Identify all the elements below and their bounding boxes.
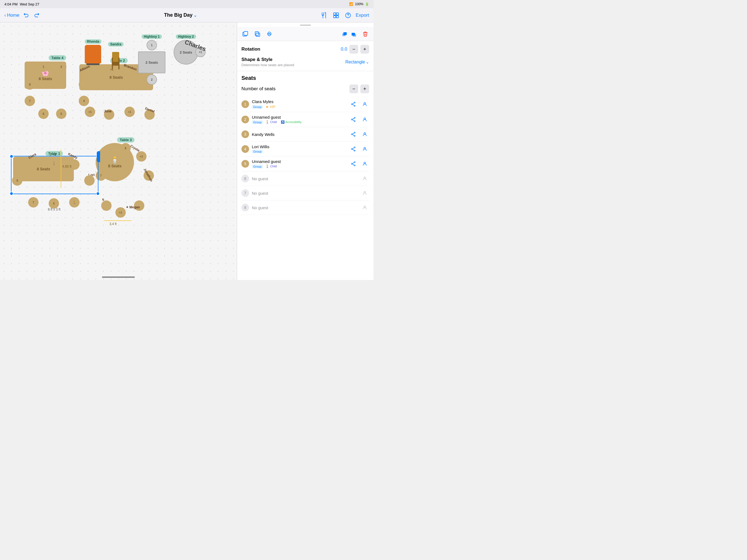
- nav-bar: ‹ Home The Big Day ⌄ Export: [0, 8, 374, 22]
- seat-info-2: Unnamed guestGroup🚶 Child♿ Accessibility: [252, 115, 346, 124]
- highboy-1-furniture[interactable]: Highboy 1 1 2 Seats 2: [134, 34, 170, 85]
- seat-name-4: Lori Willis: [252, 144, 346, 149]
- undo-button[interactable]: [22, 11, 30, 20]
- panel-copy-frame-button[interactable]: [240, 29, 250, 39]
- seat-tag: Group: [252, 150, 263, 153]
- svg-point-33: [364, 177, 366, 179]
- panel-toolbar: [237, 27, 374, 41]
- panel-edge-handle[interactable]: [97, 151, 100, 162]
- back-chevron-icon: ‹: [4, 12, 6, 18]
- seat-assign-button-7[interactable]: [360, 189, 369, 198]
- utensils-icon-button[interactable]: [319, 11, 328, 20]
- seat-assign-button-8[interactable]: [360, 203, 369, 212]
- seat-circle: 8: [12, 175, 22, 186]
- page-title: The Big Day: [164, 12, 192, 18]
- seat-number-1: 1: [241, 100, 249, 108]
- back-label: Home: [7, 12, 19, 18]
- redo-button[interactable]: [32, 11, 41, 20]
- seat-row-5: 5Unnamed guestGroup🚶 Child: [241, 156, 369, 172]
- panel-drag-handle[interactable]: [237, 22, 374, 27]
- seat-assign-button-4[interactable]: [360, 145, 369, 153]
- seat-circle: 7: [25, 96, 35, 106]
- svg-point-15: [351, 104, 353, 105]
- shape-style-dropdown[interactable]: Rectangle ⌄: [345, 59, 369, 65]
- table-2-seats: 8 Seats: [109, 75, 123, 80]
- seat-assign-button-1[interactable]: [360, 100, 369, 108]
- seats-decrease-button[interactable]: −: [350, 84, 358, 93]
- seat-circle: 8: [120, 143, 131, 153]
- shape-style-title: Shape & Style: [241, 57, 294, 62]
- rotation-decrease-button[interactable]: −: [350, 45, 358, 54]
- june-label: June: [104, 109, 111, 113]
- seat-info-7: No guest: [252, 191, 358, 196]
- measure-label-1: 4.85 ft: [62, 164, 71, 169]
- seat-circle: [28, 159, 38, 170]
- svg-rect-2: [334, 16, 336, 18]
- svg-point-23: [351, 134, 353, 135]
- seat-circle: 1: [38, 61, 49, 72]
- help-button[interactable]: [344, 11, 353, 20]
- seat-tag: Group: [252, 164, 263, 169]
- sandra-furniture[interactable]: Sandra: [108, 42, 124, 70]
- layer-up-button[interactable]: [340, 29, 349, 38]
- seat-info-3: Kandy Wells: [252, 132, 346, 137]
- seat-assign-button-6[interactable]: [360, 174, 369, 183]
- seat-number-6: 6: [241, 175, 249, 182]
- status-bar-left: 4:04 PM Wed Sep 27: [4, 2, 40, 6]
- nav-right: Export: [319, 11, 369, 20]
- seats-title: Seats: [241, 75, 256, 81]
- seat-share-button-1[interactable]: [349, 100, 358, 108]
- seat-share-button-5[interactable]: [349, 159, 358, 168]
- bottom-scroll-bar[interactable]: [102, 276, 135, 278]
- seat-assign-button-5[interactable]: [360, 159, 369, 168]
- seat-share-button-4[interactable]: [349, 145, 358, 153]
- battery-display: 100%: [355, 2, 363, 6]
- rotation-section: Rotation 0.0 − + Shape & Style Determine…: [237, 41, 374, 71]
- seat-row-2: 2Unnamed guestGroup🚶 Child♿ Accessibilit…: [241, 112, 369, 127]
- seat-number-4: 4: [241, 145, 249, 153]
- seats-increase-button[interactable]: +: [360, 84, 369, 93]
- megan-label: ✦ Megan: [126, 205, 140, 209]
- seat-row-3: 3Kandy Wells: [241, 127, 369, 142]
- crysta-label: Crysta: [130, 144, 140, 153]
- table-1-group[interactable]: Table 1 Clara 🚶‍♂️+1 Kandy Lori 🚶 8 8 Se…: [13, 151, 95, 211]
- shape-style-chevron-icon: ⌄: [366, 59, 369, 65]
- export-button[interactable]: Export: [356, 12, 369, 18]
- rhonda-furniture[interactable]: Rhonda: [85, 39, 101, 63]
- seats-count-label: Number of seats: [241, 86, 276, 92]
- svg-rect-3: [336, 16, 338, 18]
- seat-share-button-2[interactable]: [349, 115, 358, 124]
- back-button[interactable]: ‹ Home: [4, 12, 19, 18]
- highboy-2-furniture[interactable]: Highboy 2 Charles 2 Seats +1: [170, 34, 202, 65]
- seat-circle: +1: [136, 151, 147, 161]
- title-dropdown-icon[interactable]: ⌄: [194, 13, 197, 18]
- table-4-label: Table 4: [49, 55, 66, 60]
- table-3-group[interactable]: Table 3 8 Crysta +1 Jonathon ✦ Megan +1 …: [96, 137, 156, 220]
- nav-left: ‹ Home: [4, 11, 41, 20]
- plus1-seat-label: 🚶‍♂️+1: [49, 153, 56, 156]
- layer-down-button[interactable]: [350, 29, 358, 38]
- seat-assign-button-3[interactable]: [360, 130, 369, 138]
- seat-share-button-3[interactable]: [349, 130, 358, 138]
- wooden-chair-shape: [111, 52, 121, 70]
- table-4-seats: 8 Seats: [38, 77, 52, 81]
- panel-delete-button[interactable]: [360, 29, 370, 39]
- seat-assign-button-2[interactable]: [360, 115, 369, 124]
- shape-style-desc: Determines how seats are placed: [241, 63, 294, 67]
- selection-handle-tl[interactable]: [9, 154, 14, 158]
- rotation-increase-button[interactable]: +: [360, 45, 369, 54]
- selection-handle-bl[interactable]: [9, 192, 14, 196]
- layout-icon-button[interactable]: [332, 11, 340, 20]
- panel-duplicate-button[interactable]: [252, 29, 262, 39]
- panel-divider: [300, 25, 311, 26]
- status-bar-right: 📶 100% 🔋: [349, 2, 369, 6]
- panel-link-button[interactable]: [264, 29, 274, 39]
- seat-number-2: 2: [241, 116, 249, 123]
- table-1-rect: 8 Seats: [13, 157, 74, 181]
- highboy-1-seat-1: 1: [147, 40, 157, 50]
- shape-style-row: Shape & Style Determines how seats are p…: [241, 57, 369, 67]
- canvas-area[interactable]: Table 4 1 2 8 3 🌸 8 Seats 7: [0, 22, 237, 280]
- seat-name-8: No guest: [252, 205, 358, 210]
- highboy-1-seat-2: 2: [147, 74, 157, 85]
- table-3-label: Table 3: [117, 137, 134, 143]
